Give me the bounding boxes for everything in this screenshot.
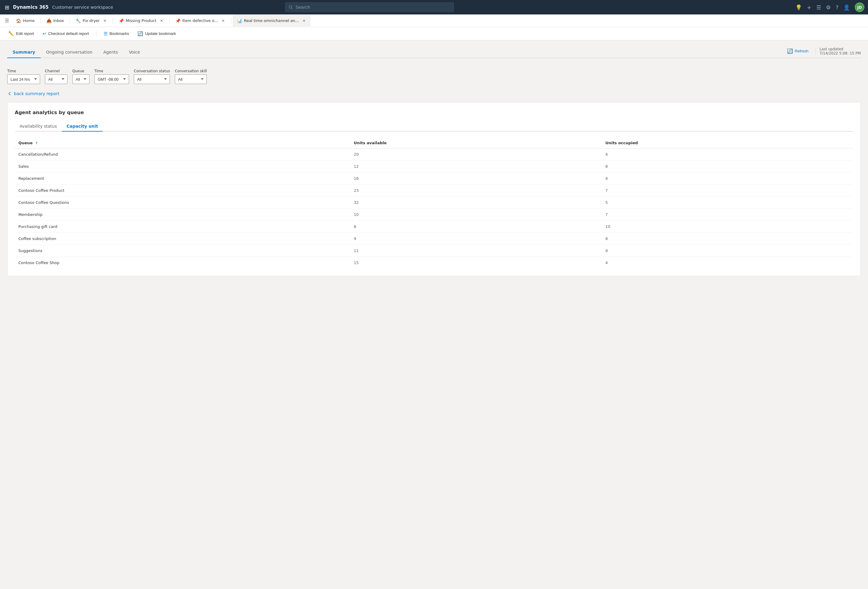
settings-icon[interactable]: ⚙ bbox=[826, 4, 831, 10]
refresh-icon: 🔄 bbox=[787, 48, 793, 54]
refresh-button[interactable]: 🔄 Refresh bbox=[783, 46, 812, 56]
cell-units-available: 11 bbox=[350, 245, 602, 257]
tab-item-defective-label: Item defective o... bbox=[182, 18, 218, 23]
user-icon[interactable]: 👤 bbox=[843, 4, 850, 10]
filter-conv-skill-label: Conversation skill bbox=[175, 69, 207, 73]
col-header-queue[interactable]: Queue ↑ bbox=[15, 138, 350, 149]
tab-item-defective-close[interactable]: ✕ bbox=[221, 18, 225, 24]
cell-queue: Contoso Coffee Shop bbox=[15, 257, 350, 269]
cell-units-occupied: 9 bbox=[602, 245, 853, 257]
cell-units-occupied: 5 bbox=[602, 197, 853, 209]
tab-agents[interactable]: Agents bbox=[98, 47, 124, 58]
help-icon[interactable]: ? bbox=[836, 4, 838, 10]
back-link-label: back summary report bbox=[14, 91, 59, 96]
cell-units-occupied: 10 bbox=[602, 221, 853, 233]
tab-voice[interactable]: Voice bbox=[123, 47, 145, 58]
tab-missing-product[interactable]: 📌 Missing Product ✕ bbox=[115, 15, 168, 27]
refresh-area: 🔄 Refresh Last updated 7/14/2022 5:08: 1… bbox=[783, 46, 861, 57]
lightbulb-icon[interactable]: 💡 bbox=[796, 4, 802, 10]
top-navigation: ⊞ Dynamics 365 Customer service workspac… bbox=[0, 0, 868, 15]
checkout-default-button[interactable]: ↩ Checkout default report bbox=[39, 29, 93, 38]
menu-icon[interactable]: ☰ bbox=[816, 4, 821, 10]
tab-ongoing[interactable]: Ongoing conversation bbox=[41, 47, 98, 58]
filter-channel: Channel All Chat Email bbox=[45, 69, 68, 84]
cell-units-occupied: 7 bbox=[602, 185, 853, 197]
tab-fix-dryer-label: Fix dryer bbox=[83, 18, 100, 23]
cell-units-available: 15 bbox=[350, 257, 602, 269]
tab-missing-product-label: Missing Product bbox=[125, 18, 156, 23]
report-tabs-row: Summary Ongoing conversation Agents Voic… bbox=[7, 46, 861, 64]
filter-channel-select[interactable]: All Chat Email bbox=[45, 74, 68, 84]
col-header-units-available: Units available bbox=[350, 138, 602, 149]
tab-home-label: Home bbox=[23, 18, 34, 23]
capacity-table: Queue ↑ Units available Units occupied C… bbox=[15, 138, 853, 269]
tab-inbox[interactable]: 📥 Inbox bbox=[43, 15, 68, 27]
add-icon[interactable]: + bbox=[807, 4, 811, 10]
tab-fix-dryer-close[interactable]: ✕ bbox=[103, 18, 107, 24]
search-icon bbox=[288, 5, 293, 10]
tab-realtime[interactable]: 📊 Real time omnichannel an... ✕ bbox=[233, 15, 310, 27]
filter-conv-skill-select[interactable]: All bbox=[175, 74, 207, 84]
avatar[interactable]: JD bbox=[855, 2, 864, 12]
update-bookmark-button[interactable]: 🔄 Update bookmark bbox=[134, 29, 180, 38]
cell-queue: Contoso Coffee Questions bbox=[15, 197, 350, 209]
table-row: Suggestions 11 9 bbox=[15, 245, 853, 257]
update-bookmark-icon: 🔄 bbox=[137, 31, 143, 37]
cell-queue: Coffee subscription bbox=[15, 233, 350, 245]
back-link[interactable]: back summary report bbox=[7, 91, 59, 96]
tab-home[interactable]: 🏠 Home bbox=[12, 15, 38, 27]
cell-units-available: 9 bbox=[350, 233, 602, 245]
filter-time2: Time GMT -08:00 GMT -05:00 GMT +00:00 bbox=[94, 69, 129, 84]
search-bar[interactable]: Search bbox=[285, 2, 454, 12]
filter-time-label: Time bbox=[7, 69, 40, 73]
cell-queue: Cancellation/Refund bbox=[15, 149, 350, 161]
cell-queue: Contoso Coffee Product bbox=[15, 185, 350, 197]
cell-queue: Sales bbox=[15, 161, 350, 172]
edit-report-button[interactable]: ✏️ Edit report bbox=[5, 29, 38, 38]
tab-realtime-close[interactable]: ✕ bbox=[302, 18, 306, 24]
cell-units-available: 20 bbox=[350, 149, 602, 161]
svg-line-1 bbox=[291, 8, 293, 9]
inner-tab-capacity[interactable]: Capacity unit bbox=[62, 121, 103, 132]
bookmarks-icon: ☰ bbox=[104, 31, 108, 37]
table-row: Contoso Coffee Product 23 7 bbox=[15, 185, 853, 197]
filter-conv-status-select[interactable]: All Open Closed bbox=[134, 74, 170, 84]
cell-queue: Replacement bbox=[15, 172, 350, 185]
inner-tab-availability[interactable]: Availability status bbox=[15, 121, 62, 132]
filters: Time Last 24 hrs Last 48 hrs Last 7 days… bbox=[7, 69, 861, 84]
filter-time: Time Last 24 hrs Last 48 hrs Last 7 days bbox=[7, 69, 40, 84]
bookmarks-button[interactable]: ☰ Bookmarks bbox=[100, 29, 133, 38]
chart-icon: 📊 bbox=[237, 18, 242, 23]
cell-units-available: 12 bbox=[350, 161, 602, 172]
cell-units-available: 32 bbox=[350, 197, 602, 209]
tab-missing-product-close[interactable]: ✕ bbox=[159, 18, 164, 24]
table-row: Replacement 16 4 bbox=[15, 172, 853, 185]
tab-item-defective[interactable]: 📌 Item defective o... ✕ bbox=[171, 15, 229, 27]
filter-time2-select[interactable]: GMT -08:00 GMT -05:00 GMT +00:00 bbox=[94, 74, 129, 84]
cell-units-occupied: 4 bbox=[602, 257, 853, 269]
filter-channel-label: Channel bbox=[45, 69, 68, 73]
tab-fix-dryer[interactable]: 🔧 Fix dryer ✕ bbox=[72, 15, 111, 27]
hamburger-icon[interactable]: ☰ bbox=[2, 16, 12, 25]
edit-report-label: Edit report bbox=[16, 31, 34, 36]
toolbar: ✏️ Edit report ↩ Checkout default report… bbox=[0, 27, 868, 40]
app-grid-icon[interactable]: ⊞ bbox=[4, 3, 10, 12]
card-title: Agent analytics by queue bbox=[15, 110, 853, 115]
tab-summary[interactable]: Summary bbox=[7, 47, 41, 58]
main-content: Summary Ongoing conversation Agents Voic… bbox=[0, 40, 868, 589]
checkout-icon: ↩ bbox=[43, 31, 46, 37]
tab-divider-1 bbox=[40, 18, 41, 24]
col-header-units-occupied: Units occupied bbox=[602, 138, 853, 149]
cell-queue: Purchasing gift card bbox=[15, 221, 350, 233]
cell-queue: Suggestions bbox=[15, 245, 350, 257]
cell-units-occupied: 8 bbox=[602, 161, 853, 172]
filter-conversation-status: Conversation status All Open Closed bbox=[134, 69, 170, 84]
pin-icon-2: 📌 bbox=[176, 18, 180, 23]
filter-queue: Queue All bbox=[72, 69, 90, 84]
pin-icon-1: 📌 bbox=[119, 18, 124, 23]
cell-units-occupied: 7 bbox=[602, 209, 853, 221]
cell-units-available: 16 bbox=[350, 172, 602, 185]
filter-queue-select[interactable]: All bbox=[72, 74, 90, 84]
back-arrow-icon bbox=[7, 91, 12, 96]
filter-time-select[interactable]: Last 24 hrs Last 48 hrs Last 7 days bbox=[7, 74, 40, 84]
